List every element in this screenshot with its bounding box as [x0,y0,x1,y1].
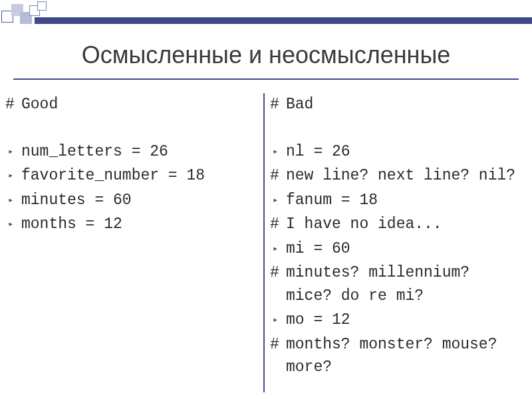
hash-icon: # [270,261,286,285]
code-text: mo = 12 [286,309,524,332]
blank-line [5,118,259,140]
list-item: ▸ minutes = 60 [5,189,259,212]
bad-header-line: # Bad [270,93,524,116]
good-header-line: # Good [5,93,259,116]
list-item: ▸ nl = 26 [270,140,524,164]
list-item: ▸ mo = 12 [270,309,524,332]
hash-icon: # [5,93,21,116]
code-text: nl = 26 [286,140,524,164]
blank-line [270,118,524,140]
hash-icon: # [270,213,286,236]
comment-text: months? monster? mouse? more? [286,333,524,379]
code-text: fanum = 18 [286,189,524,212]
comment-line: # minutes? millennium? mice? do re mi? [270,261,524,307]
bullet-icon: ▸ [5,213,21,235]
content-columns: # Good ▸ num_letters = 26 ▸ favorite_num… [5,93,527,392]
hash-icon: # [270,333,286,356]
deco-bar [35,17,532,24]
list-item: ▸ favorite_number = 18 [5,164,259,188]
comment-text: new line? next line? nil? [286,164,524,188]
comment-line: # I have no idea... [270,213,524,236]
list-item: ▸ mi = 60 [270,237,524,261]
hash-icon: # [270,93,286,116]
hash-icon: # [270,164,286,188]
left-column: # Good ▸ num_letters = 26 ▸ favorite_num… [5,93,262,392]
list-item: ▸ fanum = 18 [270,189,524,212]
code-text: months = 12 [21,213,259,236]
comment-line: # new line? next line? nil? [270,164,524,188]
code-text: num_letters = 26 [21,140,259,164]
bullet-icon: ▸ [5,164,21,187]
bullet-icon: ▸ [270,237,286,260]
column-divider [263,93,265,392]
bullet-icon: ▸ [270,140,286,163]
good-header: Good [21,93,259,116]
right-column: # Bad ▸ nl = 26 # new line? next line? n… [266,93,527,392]
bullet-icon: ▸ [5,140,21,163]
title-underline [13,78,519,80]
bullet-icon: ▸ [270,189,286,211]
deco-square [37,1,47,11]
slide-decoration [0,0,532,33]
code-text: minutes = 60 [21,189,259,212]
list-item: ▸ months = 12 [5,213,259,236]
list-item: ▸ num_letters = 26 [5,140,259,164]
code-text: favorite_number = 18 [21,164,259,188]
bad-header: Bad [286,93,524,116]
code-text: mi = 60 [286,237,524,261]
comment-text: I have no idea... [286,213,524,236]
bullet-icon: ▸ [5,189,21,211]
bullet-icon: ▸ [270,309,286,331]
comment-text: minutes? millennium? mice? do re mi? [286,261,524,307]
slide-title: Осмысленные и неосмысленные [0,41,532,69]
comment-line: # months? monster? mouse? more? [270,333,524,379]
